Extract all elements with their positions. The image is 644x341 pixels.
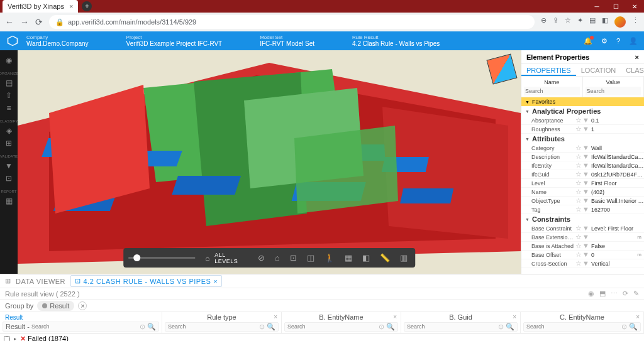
star-icon[interactable]: ☆: [575, 153, 582, 161]
tab-properties[interactable]: PROPERTIES: [521, 64, 576, 76]
dropdown-icon[interactable]: ⊙: [140, 323, 145, 331]
validate-icon[interactable]: ⊡: [4, 173, 14, 183]
star-icon[interactable]: ☆: [575, 259, 582, 268]
account-icon[interactable]: 👤: [629, 37, 638, 45]
filter-icon[interactable]: ▼: [4, 161, 14, 171]
list-icon[interactable]: ▤: [4, 78, 14, 88]
filter-icon[interactable]: ▼: [582, 179, 589, 187]
property-group-header[interactable]: Analytical Properties: [521, 106, 644, 116]
share-icon[interactable]: ⇪: [553, 16, 558, 28]
tag-icon[interactable]: ◈: [4, 126, 14, 136]
favorites-section[interactable]: Favorites: [521, 97, 644, 106]
no-entry-icon[interactable]: ⊘: [255, 251, 267, 265]
centity-search-input[interactable]: [526, 323, 621, 330]
fit-icon[interactable]: ⊡: [287, 251, 299, 265]
all-levels-label[interactable]: ALL LEVELS: [214, 252, 247, 264]
minimize-button[interactable]: ─: [587, 0, 606, 13]
star-icon[interactable]: ☆: [575, 251, 582, 259]
star-icon[interactable]: ☆: [575, 205, 582, 214]
star-icon[interactable]: ☆: [575, 170, 582, 178]
property-group-header[interactable]: Constraints: [521, 214, 644, 224]
col-bguid[interactable]: B. Guid: [449, 313, 472, 321]
clear-col-icon[interactable]: ×: [636, 313, 640, 320]
refresh-icon[interactable]: ⟳: [623, 290, 628, 298]
star-icon[interactable]: ☆: [575, 116, 582, 124]
edit-icon[interactable]: ✎: [633, 290, 639, 298]
filter-icon[interactable]: ▼: [582, 161, 589, 170]
col-result[interactable]: Result: [3, 313, 159, 322]
profile-avatar[interactable]: [614, 16, 626, 28]
menu-icon[interactable]: ⋮: [632, 16, 639, 28]
browser-tab[interactable]: Verifi3D by Xinaps ×: [3, 0, 78, 13]
breadcrumb-company[interactable]: Company Ward.Demo.Company: [26, 35, 89, 47]
breadcrumb-rule[interactable]: Rule Result 4.2 Clash Rule - Walls vs Pi…: [352, 35, 440, 47]
close-rule-tab-icon[interactable]: ×: [213, 278, 218, 285]
upload-icon[interactable]: ⇧: [4, 90, 14, 100]
classify-icon[interactable]: ⊞: [4, 138, 14, 148]
new-tab-button[interactable]: +: [82, 1, 92, 11]
settings-icon[interactable]: ⚙: [601, 37, 608, 45]
filter-icon[interactable]: ▼: [582, 125, 589, 133]
clear-col-icon[interactable]: ×: [393, 313, 397, 320]
groupby-chip[interactable]: Result: [37, 301, 74, 311]
home-icon[interactable]: ◉: [4, 55, 14, 65]
star-icon[interactable]: ☆: [575, 179, 582, 187]
filter-icon[interactable]: ▼: [582, 205, 589, 214]
filter-icon[interactable]: ▼: [582, 188, 589, 196]
notifications-icon[interactable]: 🔔: [584, 37, 592, 45]
layers-icon[interactable]: ≡: [4, 103, 14, 113]
star-icon[interactable]: ☆: [575, 242, 582, 250]
home-view-icon[interactable]: ⌂: [272, 251, 282, 265]
help-icon[interactable]: ?: [616, 37, 620, 45]
back-button[interactable]: ←: [5, 17, 14, 27]
walk-icon[interactable]: 🚶: [322, 251, 337, 265]
star-icon[interactable]: ☆: [575, 224, 582, 232]
bguid-search-input[interactable]: [407, 323, 498, 330]
bookmark-icon[interactable]: ☆: [565, 16, 571, 28]
close-panel-icon[interactable]: ×: [635, 53, 639, 61]
filter-icon[interactable]: ▼: [582, 116, 589, 124]
breadcrumb-project[interactable]: Project Verifi3D Example Project IFC-RVT: [126, 35, 223, 47]
close-window-button[interactable]: ✕: [625, 0, 644, 13]
reload-button[interactable]: ⟳: [35, 17, 43, 27]
star-icon[interactable]: ☆: [575, 161, 582, 170]
filter-icon[interactable]: ▼: [582, 259, 589, 268]
clear-groupby-icon[interactable]: ×: [78, 301, 87, 310]
tab-location[interactable]: LOCATION: [576, 64, 621, 76]
filter-icon[interactable]: ▼: [582, 242, 589, 250]
tab-classification[interactable]: CLASSIFICATI: [621, 64, 644, 76]
property-group-header[interactable]: Attributes: [521, 134, 644, 144]
star-icon[interactable]: ☆: [575, 144, 582, 152]
isolate-icon[interactable]: ◫: [304, 251, 317, 265]
export-icon[interactable]: ⬒: [599, 290, 606, 298]
rule-tab[interactable]: ⊡ 4.2 CLASH RULE - WALLS VS PIPES ×: [70, 275, 222, 287]
row-checkbox[interactable]: [4, 336, 10, 342]
bentity-search-input[interactable]: [287, 323, 379, 330]
filter-icon[interactable]: ▼: [582, 144, 589, 152]
filter-icon[interactable]: ▼: [582, 233, 589, 241]
close-tab-icon[interactable]: ×: [69, 3, 73, 10]
name-search-input[interactable]: [524, 87, 580, 95]
expand-icon[interactable]: ▸: [14, 336, 16, 341]
filter-icon[interactable]: ▼: [582, 197, 589, 205]
col-centity[interactable]: C. EntityName: [560, 313, 604, 321]
star-icon[interactable]: ☆: [575, 125, 582, 133]
breadcrumb-modelset[interactable]: Model Set IFC-RVT Model Set: [260, 35, 314, 47]
section-icon[interactable]: ▦: [342, 251, 355, 265]
search-icon[interactable]: 🔍: [147, 323, 156, 331]
filter-icon[interactable]: ▼: [582, 251, 589, 259]
level-slider[interactable]: [128, 257, 195, 259]
clear-col-icon[interactable]: ×: [274, 313, 277, 320]
ruletype-search-input[interactable]: [168, 323, 259, 330]
zoom-icon[interactable]: ⊖: [541, 16, 547, 28]
eye-icon[interactable]: ◉: [588, 290, 594, 298]
sidepanel-icon[interactable]: ◧: [602, 16, 608, 28]
report-icon[interactable]: ▦: [4, 196, 14, 206]
result-search-input[interactable]: [31, 323, 140, 330]
result-row[interactable]: ▸Failed (1874): [0, 333, 644, 341]
clear-col-icon[interactable]: ×: [513, 313, 516, 320]
measure-icon[interactable]: 📏: [377, 251, 392, 265]
address-bar[interactable]: 🔒 app.verifi3d.com/main/models/3114/5/92…: [49, 15, 535, 29]
star-icon[interactable]: ☆: [575, 233, 582, 241]
value-search-input[interactable]: [586, 87, 641, 95]
